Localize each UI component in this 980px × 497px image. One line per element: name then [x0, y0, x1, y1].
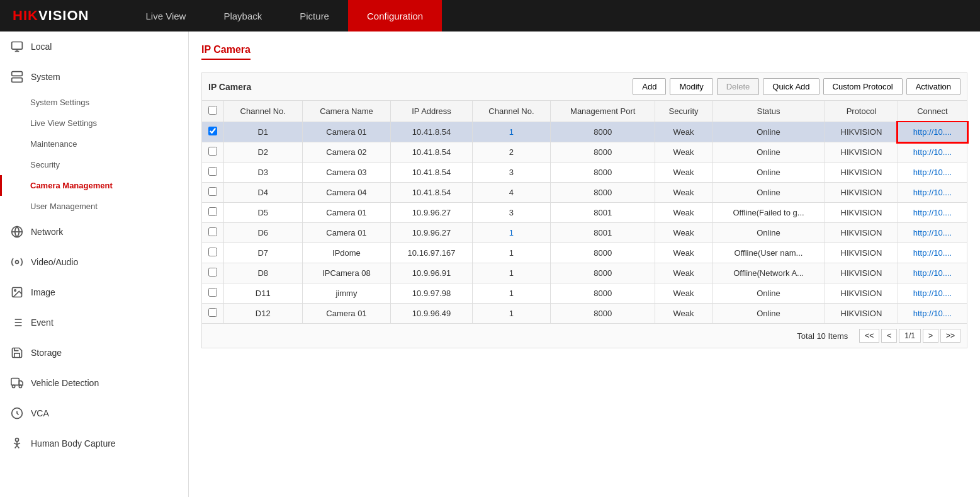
- table-row[interactable]: D12Camera 0110.9.96.4918000WeakOnlineHIK…: [202, 304, 967, 324]
- col-ip-address: IP Address: [391, 101, 472, 122]
- connect-link[interactable]: http://10....: [913, 127, 952, 137]
- cell-connect[interactable]: http://10....: [898, 163, 967, 183]
- sidebar-item-camera-management[interactable]: Camera Management: [0, 175, 188, 196]
- cell-camera-name: IPCamera 08: [302, 263, 391, 283]
- nav-tabs: Live View Playback Picture Configuration: [127, 0, 442, 31]
- table-row[interactable]: D11jimmy10.9.97.9818000WeakOnlineHIKVISI…: [202, 283, 967, 304]
- add-button[interactable]: Add: [633, 78, 666, 95]
- connect-link[interactable]: http://10....: [913, 168, 952, 177]
- tab-picture[interactable]: Picture: [281, 0, 348, 31]
- table-row[interactable]: D5Camera 0110.9.96.2738001WeakOffline(Fa…: [202, 203, 967, 223]
- cell-ch-no: 1: [472, 283, 551, 304]
- svg-point-21: [19, 385, 21, 387]
- table-row[interactable]: D4Camera 0410.41.8.5448000WeakOnlineHIKV…: [202, 183, 967, 203]
- tab-configuration[interactable]: Configuration: [348, 0, 442, 31]
- person-icon: [9, 436, 25, 451]
- cell-protocol: HIKVISION: [825, 183, 898, 203]
- connect-link[interactable]: http://10....: [913, 248, 952, 258]
- connect-link[interactable]: http://10....: [913, 147, 952, 157]
- cell-status: Online: [712, 163, 825, 183]
- connect-link[interactable]: http://10....: [913, 268, 952, 278]
- row-checkbox-2[interactable]: [208, 167, 217, 176]
- cell-connect[interactable]: http://10....: [898, 243, 967, 263]
- cell-camera-name: Camera 02: [302, 142, 391, 163]
- cell-connect[interactable]: http://10....: [898, 263, 967, 283]
- row-checkbox-5[interactable]: [208, 227, 217, 236]
- cell-connect[interactable]: http://10....: [898, 283, 967, 304]
- toolbar-section-label: IP Camera: [208, 82, 629, 92]
- sidebar-item-storage[interactable]: Storage: [0, 338, 188, 368]
- sidebar-item-video-audio-label: Video/Audio: [31, 257, 78, 267]
- camera-table: Channel No. Camera Name IP Address Chann…: [201, 100, 967, 324]
- sidebar-item-event[interactable]: Event: [0, 307, 188, 338]
- table-row[interactable]: D1Camera 0110.41.8.5418000WeakOnlineHIKV…: [202, 122, 967, 142]
- pagination-prev[interactable]: <: [881, 329, 897, 343]
- server-icon: [9, 69, 25, 84]
- cell-ip: 10.16.97.167: [391, 243, 472, 263]
- row-checkbox-8[interactable]: [208, 288, 217, 297]
- col-status: Status: [712, 101, 825, 122]
- cell-channel: D3: [224, 163, 303, 183]
- cell-status: Offline(Network A...: [712, 263, 825, 283]
- select-all-checkbox[interactable]: [208, 106, 217, 115]
- table-row[interactable]: D3Camera 0310.41.8.5438000WeakOnlineHIKV…: [202, 163, 967, 183]
- cell-channel: D11: [224, 283, 303, 304]
- cell-ip: 10.41.8.54: [391, 122, 472, 142]
- cell-connect[interactable]: http://10....: [898, 142, 967, 163]
- activation-button[interactable]: Activation: [906, 78, 960, 95]
- row-checkbox-3[interactable]: [208, 187, 217, 196]
- cell-status: Offline(Failed to g...: [712, 203, 825, 223]
- pagination-last[interactable]: >>: [940, 329, 960, 343]
- connect-link[interactable]: http://10....: [913, 309, 952, 318]
- cell-channel: D4: [224, 183, 303, 203]
- pagination-next[interactable]: >: [923, 329, 938, 343]
- cell-connect[interactable]: http://10....: [898, 122, 967, 142]
- sidebar-item-local[interactable]: Local: [0, 31, 188, 62]
- col-mgmt-port: Management Port: [551, 101, 655, 122]
- row-checkbox-4[interactable]: [208, 207, 217, 216]
- delete-button[interactable]: Delete: [717, 78, 760, 95]
- table-row[interactable]: D2Camera 0210.41.8.5428000WeakOnlineHIKV…: [202, 142, 967, 163]
- tab-live-view[interactable]: Live View: [127, 0, 205, 31]
- svg-point-20: [13, 385, 15, 387]
- tab-playback[interactable]: Playback: [205, 0, 281, 31]
- connect-link[interactable]: http://10....: [913, 208, 952, 217]
- sidebar-item-maintenance[interactable]: Maintenance: [0, 134, 188, 154]
- custom-protocol-button[interactable]: Custom Protocol: [823, 78, 903, 95]
- connect-link[interactable]: http://10....: [913, 228, 952, 237]
- sidebar-item-user-management[interactable]: User Management: [0, 196, 188, 217]
- quick-add-button[interactable]: Quick Add: [763, 78, 819, 95]
- sidebar-item-human-body-capture[interactable]: Human Body Capture: [0, 428, 188, 459]
- sidebar-item-image[interactable]: Image: [0, 277, 188, 307]
- pagination-first[interactable]: <<: [859, 329, 879, 343]
- cell-connect[interactable]: http://10....: [898, 223, 967, 243]
- cell-status: Online: [712, 142, 825, 163]
- sidebar-item-system[interactable]: System: [0, 62, 188, 92]
- sidebar-item-video-audio[interactable]: Video/Audio: [0, 247, 188, 277]
- sidebar-item-security[interactable]: Security: [0, 154, 188, 175]
- cell-security: Weak: [655, 263, 712, 283]
- row-checkbox-7[interactable]: [208, 268, 217, 277]
- sidebar-item-human-body-capture-label: Human Body Capture: [31, 438, 116, 448]
- modify-button[interactable]: Modify: [670, 78, 712, 95]
- cell-connect[interactable]: http://10....: [898, 203, 967, 223]
- sidebar-item-live-view-settings[interactable]: Live View Settings: [0, 113, 188, 134]
- sidebar-item-network[interactable]: Network: [0, 217, 188, 247]
- row-checkbox-9[interactable]: [208, 308, 217, 317]
- svg-rect-0: [12, 42, 23, 50]
- sidebar-item-vehicle-detection[interactable]: Vehicle Detection: [0, 368, 188, 398]
- cell-connect[interactable]: http://10....: [898, 304, 967, 324]
- row-checkbox-1[interactable]: [208, 147, 217, 156]
- sidebar-item-vca[interactable]: VCA: [0, 398, 188, 428]
- table-row[interactable]: D7IPdome10.16.97.16718000WeakOffline(Use…: [202, 243, 967, 263]
- cell-camera-name: Camera 01: [302, 304, 391, 324]
- sidebar-item-system-settings[interactable]: System Settings: [0, 92, 188, 113]
- cell-connect[interactable]: http://10....: [898, 183, 967, 203]
- row-checkbox-6[interactable]: [208, 248, 217, 256]
- pagination-info: Total 10 Items: [797, 331, 848, 341]
- table-row[interactable]: D8IPCamera 0810.9.96.9118000WeakOffline(…: [202, 263, 967, 283]
- table-row[interactable]: D6Camera 0110.9.96.2718001WeakOnlineHIKV…: [202, 223, 967, 243]
- row-checkbox-0[interactable]: [208, 127, 217, 135]
- connect-link[interactable]: http://10....: [913, 188, 952, 197]
- connect-link[interactable]: http://10....: [913, 288, 952, 298]
